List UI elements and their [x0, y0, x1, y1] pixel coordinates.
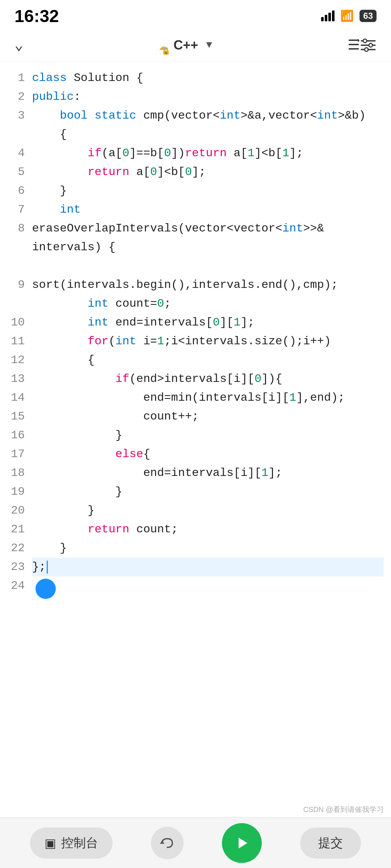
cursor-dot[interactable]: [35, 579, 56, 599]
code-line-8b: eraseOverlapIntervals(vector<vector< int…: [32, 219, 384, 238]
code-line-11: int end=intervals[ 0 ][ 1 ];: [32, 313, 384, 332]
svg-point-3: [363, 39, 367, 43]
code-line-9: [32, 257, 384, 276]
language-label: C++: [173, 38, 198, 53]
code-line-15: end=min(intervals[i][ 1 ],end);: [32, 388, 384, 407]
filter-icon[interactable]: [360, 38, 377, 52]
battery-icon: 63: [360, 10, 377, 22]
svg-point-5: [365, 48, 368, 51]
console-label: 控制台: [61, 835, 98, 851]
settings-icon[interactable]: ☰⃗: [348, 37, 360, 54]
toolbar-left: ⌄: [14, 36, 23, 54]
wifi-icon: 📶: [340, 9, 354, 23]
code-line-8: int: [32, 200, 384, 219]
language-dropdown-icon[interactable]: ▼: [206, 39, 212, 51]
submit-label: 提交: [318, 836, 343, 850]
code-line-13: {: [32, 351, 384, 370]
code-line-24: };: [32, 558, 384, 576]
code-line-22: return count;: [32, 520, 384, 539]
code-line-19: end=intervals[i][ 1 ];: [32, 464, 384, 482]
time-display: 16:32: [14, 6, 59, 26]
code-line-8c: intervals) {: [32, 238, 384, 257]
svg-point-4: [369, 43, 373, 47]
submit-button[interactable]: 提交: [300, 827, 361, 859]
watermark: CSDN @看到请催我学习: [303, 805, 384, 814]
cloud-icon-wrap: ☁ 🔒: [159, 36, 168, 55]
bottom-bar: ▣ 控制台 提交: [0, 817, 391, 868]
code-line-21: }: [32, 501, 384, 520]
code-line-sort: sort(intervals.begin(),intervals.end(),c…: [32, 276, 384, 294]
code-line-3: bool static cmp(vector< int >&a,vector< …: [32, 106, 384, 125]
code-line-1: class Solution {: [32, 69, 384, 88]
code-line-10: int count= 0 ;: [32, 294, 384, 313]
code-line-7: }: [32, 182, 384, 200]
text-cursor: [47, 561, 48, 574]
cursor-handle-area: [32, 576, 384, 602]
code-editor[interactable]: 1 2 3 4 5 6 7 8 9 10 11 12 13 14 15 16 1…: [0, 61, 391, 602]
play-icon: [234, 835, 250, 851]
status-bar: 16:32 📶 63: [0, 0, 391, 29]
run-button[interactable]: [222, 823, 262, 863]
code-line-6: return a[ 0 ]<b[ 0 ];: [32, 163, 384, 182]
code-line-5: if (a[ 0 ]==b[ 0 ]) return a[ 1 ]<b[ 1 ]…: [32, 144, 384, 163]
code-line-2: public :: [32, 88, 384, 106]
code-line-23: }: [32, 539, 384, 558]
code-line-12: for ( int i= 1 ;i<intervals.size();i++): [32, 332, 384, 351]
console-icon: ▣: [45, 836, 56, 850]
code-line-18: else {: [32, 445, 384, 464]
code-line-20: }: [32, 482, 384, 501]
toolbar-right: ☰⃗: [348, 37, 377, 54]
toolbar: ⌄ ☁ 🔒 C++ ▼ ☰⃗: [0, 29, 391, 61]
svg-marker-6: [160, 840, 164, 844]
code-line-14: if (end>intervals[i][ 0 ]){: [32, 370, 384, 388]
collapse-button[interactable]: ⌄: [14, 36, 23, 54]
toolbar-center: ☁ 🔒 C++ ▼: [159, 36, 212, 55]
lock-icon: 🔒: [161, 46, 171, 55]
undo-button[interactable]: [151, 827, 184, 859]
signal-icon: [321, 10, 335, 21]
undo-icon: [159, 836, 175, 850]
svg-marker-7: [239, 838, 247, 848]
code-line-16: count++;: [32, 407, 384, 426]
console-button[interactable]: ▣ 控制台: [30, 827, 113, 859]
code-line-17: }: [32, 426, 384, 445]
code-content[interactable]: class Solution { public : bool static cm…: [32, 69, 391, 602]
line-numbers: 1 2 3 4 5 6 7 8 9 10 11 12 13 14 15 16 1…: [0, 69, 32, 602]
code-line-3b: {: [32, 125, 384, 144]
status-icons: 📶 63: [321, 9, 377, 23]
